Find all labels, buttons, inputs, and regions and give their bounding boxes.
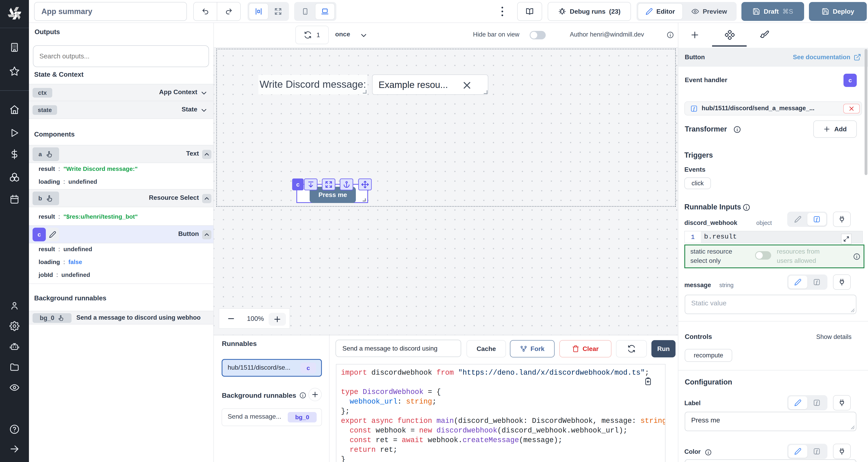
svg-text:f: f — [816, 449, 818, 454]
svg-text:f: f — [816, 400, 818, 405]
svg-text:f: f — [816, 279, 818, 285]
svg-text:f: f — [693, 106, 695, 111]
svg-text:f: f — [816, 217, 818, 222]
